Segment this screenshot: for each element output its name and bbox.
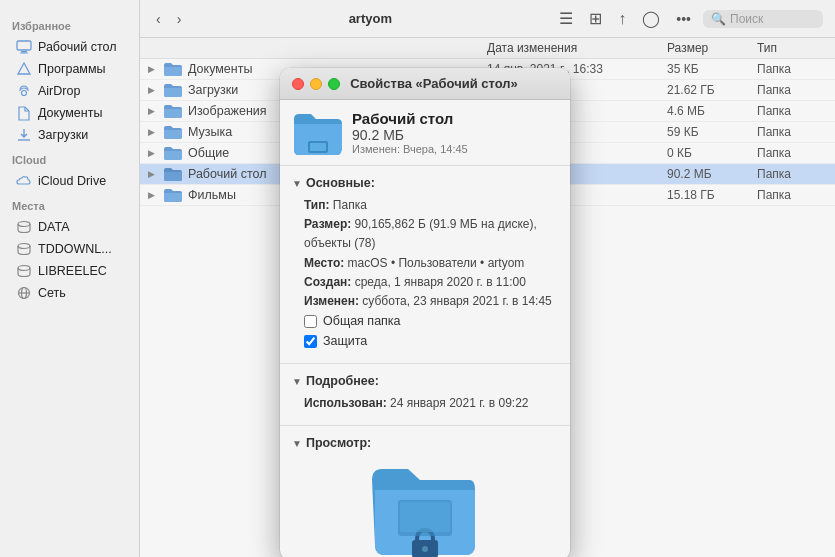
- dialog-section-basic-header[interactable]: ▼ Основные:: [280, 172, 570, 194]
- created-row: Создан: среда, 1 января 2020 г. в 11:00: [304, 273, 556, 292]
- sidebar-item-apps[interactable]: Программы: [4, 58, 135, 80]
- expand-arrow: ▶: [148, 148, 158, 158]
- downloads-icon: [16, 127, 32, 143]
- sidebar-item-tddownload[interactable]: TDDOWNL...: [4, 238, 135, 260]
- sidebar-item-libreelec[interactable]: LIBREELEC: [4, 260, 135, 282]
- preview-folder-icon: [370, 462, 480, 557]
- folder-icon: [164, 104, 182, 118]
- dialog-body: Рабочий стол 90.2 МБ Изменен: Вчера, 14:…: [280, 100, 570, 557]
- svg-point-4: [18, 222, 30, 227]
- svg-point-6: [18, 266, 30, 271]
- folder-icon: [164, 125, 182, 139]
- sidebar-section-favorites: Избранное Рабочий стол Программы AirDrop…: [0, 12, 139, 146]
- col-header-type: Тип: [757, 41, 827, 55]
- close-button[interactable]: [292, 78, 304, 90]
- dialog-section-basic-content: Тип: Папка Размер: 90,165,862 Б (91.9 МБ…: [280, 194, 570, 357]
- apps-icon: [16, 61, 32, 77]
- expand-arrow: ▶: [148, 127, 158, 137]
- sidebar-item-documents[interactable]: Документы: [4, 102, 135, 124]
- expand-arrow: ▶: [148, 169, 158, 179]
- col-header-name: [148, 41, 487, 55]
- location-row: Место: macOS • Пользователи • artyom: [304, 254, 556, 273]
- forward-button[interactable]: ›: [173, 9, 186, 29]
- col-header-size: Размер: [667, 41, 757, 55]
- network-icon: [16, 285, 32, 301]
- svg-point-3: [22, 91, 27, 96]
- sidebar-item-desktop[interactable]: Рабочий стол: [4, 36, 135, 58]
- col-header-date: Дата изменения: [487, 41, 667, 55]
- chevron-down-icon: ▼: [292, 438, 302, 449]
- sidebar-item-airdrop[interactable]: AirDrop: [4, 80, 135, 102]
- tag-button[interactable]: ◯: [638, 7, 664, 30]
- properties-dialog[interactable]: Свойства «Рабочий стол» Рабочий стол: [280, 68, 570, 557]
- dialog-folder-size: 90.2 МБ: [352, 127, 468, 143]
- sidebar-item-downloads-label: Загрузки: [38, 128, 88, 142]
- dialog-title-bar: Свойства «Рабочий стол»: [280, 68, 570, 100]
- toolbar: ‹ › artyom ☰ ⊞ ↑ ◯ ••• 🔍 Поиск: [140, 0, 835, 38]
- svg-rect-11: [310, 143, 326, 151]
- expand-arrow: ▶: [148, 190, 158, 200]
- search-box[interactable]: 🔍 Поиск: [703, 10, 823, 28]
- sidebar-item-desktop-label: Рабочий стол: [38, 40, 116, 54]
- sidebar-item-icloud-drive[interactable]: iCloud Drive: [4, 170, 135, 192]
- sidebar-item-downloads[interactable]: Загрузки: [4, 124, 135, 146]
- sidebar-item-documents-label: Документы: [38, 106, 102, 120]
- shared-folder-row: Общая папка: [304, 311, 556, 331]
- sidebar-label-favorites: Избранное: [0, 12, 139, 36]
- zoom-button[interactable]: [328, 78, 340, 90]
- svg-rect-2: [20, 53, 28, 54]
- drive-icon-td: [16, 241, 32, 257]
- expand-arrow: ▶: [148, 85, 158, 95]
- view-list-button[interactable]: ☰: [555, 7, 577, 30]
- expand-arrow: ▶: [148, 64, 158, 74]
- dialog-section-basic: ▼ Основные: Тип: Папка Размер: 90,165,86…: [280, 166, 570, 364]
- used-row: Использован: 24 января 2021 г. в 09:22: [304, 394, 556, 413]
- search-icon: 🔍: [711, 12, 726, 26]
- more-button[interactable]: •••: [672, 9, 695, 29]
- view-grid-button[interactable]: ⊞: [585, 7, 606, 30]
- chevron-down-icon: ▼: [292, 178, 302, 189]
- protected-checkbox[interactable]: [304, 335, 317, 348]
- drive-icon-libreelec: [16, 263, 32, 279]
- sidebar-section-icloud: iCloud iCloud Drive: [0, 146, 139, 192]
- back-button[interactable]: ‹: [152, 9, 165, 29]
- dialog-section-details-header[interactable]: ▼ Подробнее:: [280, 370, 570, 392]
- airdrop-icon: [16, 83, 32, 99]
- sidebar-item-network-label: Сеть: [38, 286, 66, 300]
- sidebar-item-libreelec-label: LIBREELEC: [38, 264, 107, 278]
- svg-rect-15: [400, 502, 450, 532]
- cloud-icon: [16, 173, 32, 189]
- chevron-down-icon: ▼: [292, 376, 302, 387]
- sidebar-label-places: Места: [0, 192, 139, 216]
- dialog-section-preview-header[interactable]: ▼ Просмотр:: [280, 432, 570, 454]
- svg-rect-1: [21, 51, 27, 53]
- sidebar-item-apps-label: Программы: [38, 62, 106, 76]
- file-list-header: Дата изменения Размер Тип: [140, 38, 835, 59]
- svg-point-5: [18, 244, 30, 249]
- share-button[interactable]: ↑: [614, 8, 630, 30]
- drive-icon-data: [16, 219, 32, 235]
- folder-icon: [164, 188, 182, 202]
- main-area: ‹ › artyom ☰ ⊞ ↑ ◯ ••• 🔍 Поиск Дата изме…: [140, 0, 835, 557]
- folder-icon: [164, 167, 182, 181]
- toolbar-title: artyom: [193, 11, 547, 26]
- dialog-folder-info: Рабочий стол 90.2 МБ Изменен: Вчера, 14:…: [352, 110, 468, 155]
- sidebar-item-data[interactable]: DATA: [4, 216, 135, 238]
- sidebar-item-airdrop-label: AirDrop: [38, 84, 80, 98]
- folder-icon: [164, 83, 182, 97]
- dialog-folder-icon: [294, 111, 342, 155]
- folder-icon: [164, 62, 182, 76]
- shared-folder-checkbox[interactable]: [304, 315, 317, 328]
- size-row: Размер: 90,165,862 Б (91.9 МБ на диске),…: [304, 215, 556, 253]
- minimize-button[interactable]: [310, 78, 322, 90]
- dialog-folder-name: Рабочий стол: [352, 110, 468, 127]
- dialog-header: Рабочий стол 90.2 МБ Изменен: Вчера, 14:…: [280, 100, 570, 166]
- sidebar-section-places: Места DATA TDDOWNL... LIBREELEC Сеть: [0, 192, 139, 304]
- sidebar-item-tddownload-label: TDDOWNL...: [38, 242, 112, 256]
- dialog-section-details-content: Использован: 24 января 2021 г. в 09:22: [280, 392, 570, 419]
- sidebar-item-network[interactable]: Сеть: [4, 282, 135, 304]
- documents-icon: [16, 105, 32, 121]
- type-row: Тип: Папка: [304, 196, 556, 215]
- svg-point-13: [422, 546, 428, 552]
- desktop-icon: [16, 39, 32, 55]
